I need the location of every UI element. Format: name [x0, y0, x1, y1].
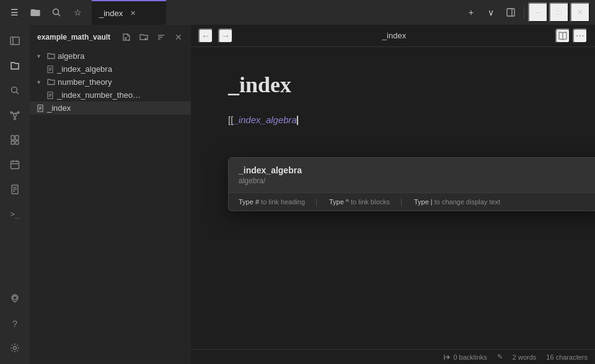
hint-pipe: Type | to change display text: [414, 198, 500, 206]
tree-label-index-number-theory: _index_number_theo…: [57, 90, 141, 100]
edit-icon: ✎: [497, 353, 503, 361]
hint-sep-1: │: [315, 198, 319, 206]
activity-bar: >_ ?: [0, 25, 30, 364]
svg-point-9: [14, 114, 17, 117]
tree-label-index: _index: [47, 103, 71, 113]
hint-hash: Type # to link heading: [239, 198, 305, 206]
book-view-button[interactable]: [555, 28, 570, 43]
backlinks-icon: [443, 353, 451, 361]
svg-rect-16: [11, 136, 14, 140]
activity-pages[interactable]: [4, 178, 26, 201]
tree-label-algebra: algebra: [58, 51, 84, 61]
word-count: 2 words: [513, 353, 537, 361]
collapse-button[interactable]: ✕: [171, 30, 186, 45]
activity-search[interactable]: [4, 79, 26, 102]
tree-label-index-algebra: _index_algebra: [57, 64, 112, 74]
file-icon-index-algebra: [47, 66, 55, 73]
activity-map[interactable]: [4, 287, 26, 310]
autocomplete-item-0[interactable]: _index_algebra algebra/: [229, 158, 595, 193]
svg-point-28: [13, 296, 17, 300]
char-count-status: 16 characters: [546, 353, 588, 361]
svg-point-1: [53, 9, 59, 15]
backlinks-status[interactable]: 0 backlinks: [443, 353, 487, 361]
main-layout: >_ ? example_math_vault: [0, 25, 595, 364]
toggle-panel-button[interactable]: [501, 3, 520, 22]
titlebar-actions: + ∨ ─ □ ✕: [457, 2, 595, 22]
svg-point-29: [14, 347, 17, 350]
tab-title: _index: [99, 9, 123, 18]
new-note-button[interactable]: [119, 30, 134, 45]
text-cursor: [297, 116, 298, 125]
svg-rect-5: [11, 37, 19, 45]
chevron-algebra: ▾: [37, 53, 45, 59]
nav-actions: ⋯: [555, 28, 588, 43]
folder-icon-number-theory: [47, 78, 55, 86]
hint-caret: Type ^ to link blocks: [329, 198, 390, 206]
titlebar-left: ☰ ☆: [0, 3, 92, 22]
minimize-button[interactable]: ─: [528, 2, 548, 22]
tree-item-index-number-theory[interactable]: _index_number_theo…: [30, 89, 191, 102]
forward-button[interactable]: →: [218, 28, 233, 43]
titlebar: ☰ ☆ _index ✕ + ∨: [0, 0, 595, 25]
file-icon-index-number-theory: [47, 92, 55, 99]
activity-graph[interactable]: [4, 104, 26, 126]
tab-bar: _index ✕: [92, 0, 457, 25]
status-bar: 0 backlinks ✎ 2 words 16 characters: [191, 349, 595, 364]
autocomplete-dropdown: _index_algebra algebra/ Type # to link h…: [228, 157, 595, 211]
activity-settings[interactable]: [4, 337, 26, 359]
tree-label-number-theory: number_theory: [58, 77, 112, 87]
svg-point-7: [12, 87, 17, 93]
svg-rect-20: [11, 162, 19, 169]
vault-name: example_math_vault: [37, 33, 117, 41]
activity-files[interactable]: [4, 54, 26, 77]
file-icon-index: [37, 105, 45, 112]
char-count: 16 characters: [546, 353, 588, 361]
file-tree: ▾ algebra _index_algebra ▾: [30, 47, 191, 364]
backlinks-count: 0 backlinks: [453, 353, 487, 361]
hint-sep-2: │: [400, 198, 404, 206]
svg-rect-17: [15, 136, 19, 140]
nav-bar: ← → _index ⋯: [191, 25, 595, 47]
activity-sidebar-toggle[interactable]: [4, 30, 26, 52]
bookmark-button[interactable]: ☆: [68, 3, 87, 22]
svg-line-2: [58, 14, 61, 17]
svg-rect-18: [11, 141, 14, 144]
tree-item-number-theory[interactable]: ▾ number_theory: [30, 76, 191, 89]
autocomplete-footer: Type # to link heading │ Type ^ to link …: [229, 193, 595, 210]
activity-terminal[interactable]: >_: [4, 203, 26, 225]
add-tab-button[interactable]: +: [462, 3, 480, 22]
new-folder-button[interactable]: [136, 30, 151, 45]
close-button[interactable]: ✕: [570, 2, 590, 22]
search-button[interactable]: [47, 3, 66, 22]
tree-item-index[interactable]: _index: [30, 102, 191, 115]
sidebar-header: example_math_vault: [30, 25, 191, 47]
tree-item-algebra[interactable]: ▾ algebra: [30, 50, 191, 63]
activity-help[interactable]: ?: [4, 312, 26, 334]
back-button[interactable]: ←: [198, 28, 213, 43]
tree-item-index-algebra[interactable]: _index_algebra: [30, 63, 191, 76]
maximize-button[interactable]: □: [549, 2, 569, 22]
open-file-button[interactable]: [26, 3, 45, 22]
svg-rect-3: [507, 9, 514, 16]
doc-content[interactable]: [[_index_algebra: [228, 113, 558, 128]
edit-status[interactable]: ✎: [497, 353, 503, 361]
activity-bookmarks[interactable]: [4, 129, 26, 151]
autocomplete-item-path-0: algebra/: [239, 176, 595, 185]
sort-button[interactable]: [154, 30, 169, 45]
sidebar: example_math_vault: [30, 25, 191, 364]
svg-point-12: [14, 118, 16, 120]
tab-list-button[interactable]: ∨: [482, 3, 500, 22]
toggle-sidebar-button[interactable]: ☰: [5, 3, 24, 22]
word-count-status: 2 words: [513, 353, 537, 361]
tab-index[interactable]: _index ✕: [92, 0, 166, 25]
tab-close-button[interactable]: ✕: [128, 8, 138, 18]
chevron-number-theory: ▾: [37, 79, 45, 85]
more-button[interactable]: ⋯: [573, 28, 588, 43]
svg-line-8: [17, 92, 19, 95]
folder-icon-algebra: [47, 52, 55, 60]
autocomplete-item-title-0: _index_algebra: [239, 165, 595, 175]
nav-title: _index: [238, 31, 550, 40]
activity-calendar[interactable]: [4, 154, 26, 176]
editor[interactable]: _index [[_index_algebra _index_algebra a…: [191, 47, 595, 349]
content-area: ← → _index ⋯ _index [[_index_algebra: [191, 25, 595, 364]
